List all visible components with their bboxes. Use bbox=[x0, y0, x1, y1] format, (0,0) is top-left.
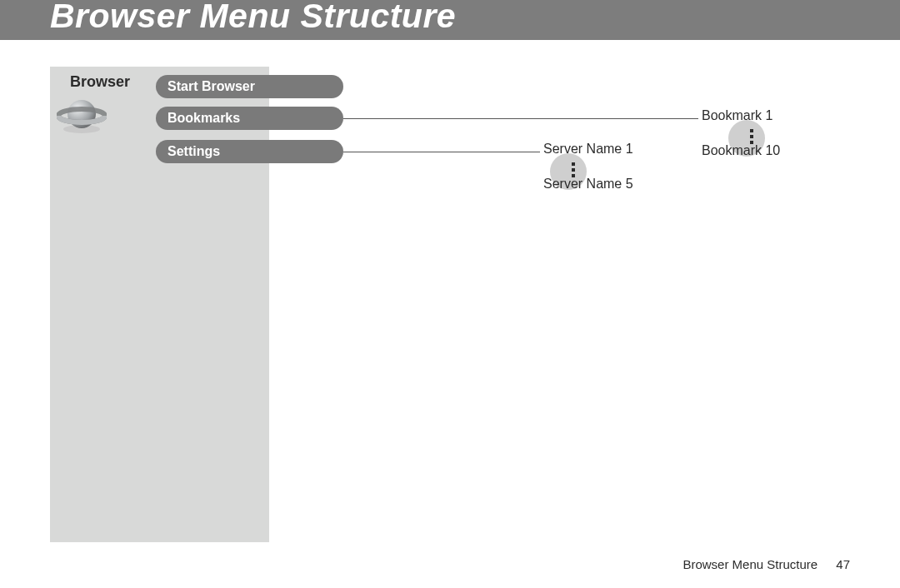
menu-item-start-browser[interactable]: Start Browser bbox=[156, 75, 343, 98]
menu-item-bookmarks[interactable]: Bookmarks bbox=[156, 107, 343, 130]
footer: Browser Menu Structure 47 bbox=[682, 557, 850, 571]
section-label-browser: Browser bbox=[70, 73, 130, 91]
globe-icon bbox=[57, 96, 107, 136]
menu-item-label: Settings bbox=[168, 144, 220, 158]
page-number: 47 bbox=[836, 557, 850, 571]
menu-item-label: Start Browser bbox=[168, 79, 255, 93]
page-title: Browser Menu Structure bbox=[50, 0, 456, 36]
submenu-first-item: Bookmark 1 bbox=[702, 108, 772, 123]
connector-line bbox=[343, 152, 540, 152]
submenu-first-item: Server Name 1 bbox=[543, 142, 633, 157]
connector-line bbox=[343, 118, 698, 119]
bookmarks-submenu: Bookmark 1 Bookmark 10 bbox=[702, 108, 772, 123]
settings-submenu: Server Name 1 Server Name 5 bbox=[543, 142, 633, 157]
submenu-last-item: Bookmark 10 bbox=[702, 143, 780, 158]
header-band: Browser Menu Structure bbox=[0, 0, 900, 40]
sidebar-background bbox=[50, 67, 269, 542]
footer-text: Browser Menu Structure bbox=[682, 557, 818, 571]
submenu-last-item: Server Name 5 bbox=[543, 177, 633, 192]
menu-item-settings[interactable]: Settings bbox=[156, 140, 343, 163]
menu-item-label: Bookmarks bbox=[168, 111, 240, 125]
